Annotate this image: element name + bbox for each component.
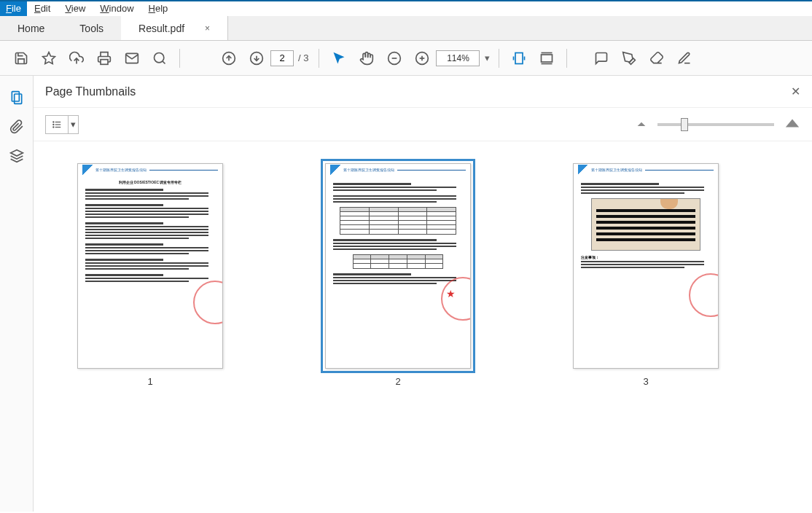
zoom-in-icon[interactable] xyxy=(408,45,436,71)
thumbnail-page-2[interactable]: 第十期医养院卫生调查报告须知 xyxy=(325,163,471,490)
save-icon[interactable] xyxy=(7,45,35,71)
select-tool-icon[interactable] xyxy=(325,45,353,71)
thumbnail-label: 2 xyxy=(395,376,400,387)
page2-table1 xyxy=(340,207,456,235)
panel-close-icon[interactable]: ✕ xyxy=(791,85,800,98)
tab-home[interactable]: Home xyxy=(0,16,62,40)
options-button[interactable] xyxy=(45,115,69,134)
menu-file[interactable]: FFileile xyxy=(0,1,27,16)
svg-rect-18 xyxy=(12,92,19,101)
svg-line-4 xyxy=(163,60,165,63)
menu-view[interactable]: ViewView xyxy=(58,1,93,16)
left-rail xyxy=(0,76,34,512)
star-icon[interactable] xyxy=(35,45,63,71)
svg-point-3 xyxy=(155,52,164,62)
svg-rect-14 xyxy=(515,52,523,63)
thumbnails-panel: Page Thumbnails ✕ ▾ 第十期医养院卫生调查报告须知 xyxy=(34,76,812,512)
svg-marker-28 xyxy=(786,120,799,128)
tab-document[interactable]: Result.pdf × xyxy=(121,16,228,40)
thumbnails-area: 第十期医养院卫生调查报告须知 利用企业 DOS/EST/OEC 调查专用专栏 1 xyxy=(34,141,812,512)
svg-point-25 xyxy=(53,124,54,125)
toolbar-separator xyxy=(319,49,319,68)
tab-strip: Home Tools Result.pdf × xyxy=(0,16,812,41)
page-up-icon[interactable] xyxy=(215,45,243,71)
zoom-value[interactable]: 114% xyxy=(436,50,480,66)
zoom-small-icon[interactable] xyxy=(636,119,647,130)
toolbar-separator xyxy=(499,49,499,68)
thumbnail-size-slider[interactable] xyxy=(657,123,774,126)
print-icon[interactable] xyxy=(90,45,118,71)
sign-icon[interactable] xyxy=(671,45,698,71)
main-toolbar: / 3 114% ▾ xyxy=(0,41,812,76)
mail-icon[interactable] xyxy=(118,45,146,71)
layers-rail-icon[interactable] xyxy=(3,141,31,171)
menu-help[interactable]: HelpHelp xyxy=(141,1,176,16)
page-header: 第十期医养院卫生调查报告须知 xyxy=(78,164,222,176)
svg-marker-27 xyxy=(638,122,646,126)
page-down-icon[interactable] xyxy=(243,45,270,71)
tab-tools[interactable]: Tools xyxy=(62,16,121,40)
tab-close-button[interactable]: × xyxy=(205,23,210,34)
panel-title: Page Thumbnails xyxy=(45,85,136,98)
page2-table2 xyxy=(353,254,444,269)
toolbar-separator xyxy=(566,49,567,68)
svg-rect-15 xyxy=(542,55,553,62)
stamp-icon xyxy=(689,273,719,317)
cloud-upload-icon[interactable] xyxy=(63,45,90,71)
page-header: 第十期医养院卫生调查报告须知 xyxy=(326,164,470,176)
thumbnail-label: 3 xyxy=(643,376,648,387)
slider-thumb[interactable] xyxy=(681,118,688,131)
svg-point-26 xyxy=(53,126,54,127)
thumbnail-page-1[interactable]: 第十期医养院卫生调查报告须知 利用企业 DOS/EST/OEC 调查专用专栏 1 xyxy=(77,163,223,490)
attachments-rail-icon[interactable] xyxy=(3,112,31,141)
panel-toolbar: ▾ xyxy=(34,108,812,141)
page-header: 第十期医养院卫生调查报告须知 xyxy=(574,164,718,176)
fit-page-icon[interactable] xyxy=(533,45,561,71)
thumbnail-label: 1 xyxy=(147,376,152,387)
svg-marker-20 xyxy=(10,150,23,156)
zoom-large-icon[interactable] xyxy=(784,117,800,131)
menu-window[interactable]: WindowWindow xyxy=(93,1,141,16)
svg-rect-19 xyxy=(14,94,21,103)
zoom-out-icon[interactable] xyxy=(380,45,408,71)
svg-point-24 xyxy=(53,121,54,122)
thumbnails-rail-icon[interactable] xyxy=(3,83,31,112)
page3-photo xyxy=(591,198,700,251)
erase-icon[interactable] xyxy=(643,45,671,71)
page-total-label: / 3 xyxy=(298,52,308,63)
hand-tool-icon[interactable] xyxy=(353,45,380,71)
options-dropdown-icon[interactable]: ▾ xyxy=(69,115,79,134)
svg-marker-0 xyxy=(43,52,55,63)
comment-icon[interactable] xyxy=(587,45,615,71)
highlight-icon[interactable] xyxy=(615,45,643,71)
page-number-input[interactable] xyxy=(270,50,294,66)
menu-bar: FFileile EditEdit ViewView WindowWindow … xyxy=(0,0,812,16)
menu-edit[interactable]: EditEdit xyxy=(27,1,58,16)
search-icon[interactable] xyxy=(146,45,173,71)
tab-document-label: Result.pdf xyxy=(138,23,184,34)
thumbnail-page-3[interactable]: 第十期医养院卫生调查报告须知 注意事项： xyxy=(573,163,719,490)
toolbar-separator xyxy=(179,49,180,68)
zoom-dropdown-icon[interactable]: ▾ xyxy=(481,50,493,66)
fit-width-icon[interactable] xyxy=(505,45,533,71)
page1-title: 利用企业 DOS/EST/OEC 调查专用专栏 xyxy=(85,180,215,184)
svg-rect-1 xyxy=(101,59,108,64)
